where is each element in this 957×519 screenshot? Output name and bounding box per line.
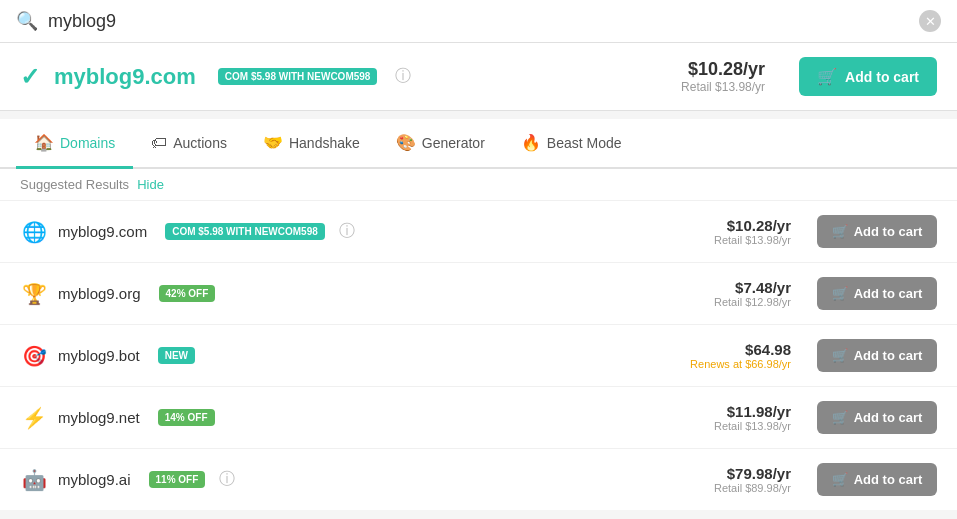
cart-icon: 🛒 (832, 286, 848, 301)
price-main: $79.98/yr (714, 465, 791, 482)
price-secondary: Retail $13.98/yr (714, 420, 791, 432)
featured-badge: COM $5.98 WITH NEWCOM598 (218, 68, 378, 85)
cart-icon: 🛒 (817, 67, 837, 86)
clear-search-button[interactable]: ✕ (919, 10, 941, 32)
domain-ai-icon: 🤖 (20, 468, 48, 492)
domain-net-icon: ⚡ (20, 406, 48, 430)
domain-name: myblog9.ai (58, 471, 131, 488)
tabs-container: 🏠 Domains 🏷 Auctions 🤝 Handshake 🎨 Gener… (0, 119, 957, 169)
check-icon: ✓ (20, 63, 40, 91)
add-label: Add to cart (854, 410, 923, 425)
add-label: Add to cart (854, 348, 923, 363)
domain-name: myblog9.org (58, 285, 141, 302)
add-to-cart-button[interactable]: 🛒 Add to cart (817, 401, 937, 434)
add-to-cart-button[interactable]: 🛒 Add to cart (817, 215, 937, 248)
domain-price: $79.98/yr Retail $89.98/yr (714, 465, 791, 494)
domain-org-icon: 🏆 (20, 282, 48, 306)
tab-generator[interactable]: 🎨 Generator (378, 119, 503, 169)
domain-badge: NEW (158, 347, 195, 364)
table-row: 🏆 myblog9.org 42% OFF $7.48/yr Retail $1… (0, 263, 957, 325)
table-row: 🌐 myblog9.com COM $5.98 WITH NEWCOM598 ⓘ… (0, 201, 957, 263)
add-to-cart-button[interactable]: 🛒 Add to cart (817, 277, 937, 310)
auctions-icon: 🏷 (151, 134, 167, 152)
domain-globe-icon: 🌐 (20, 220, 48, 244)
add-label: Add to cart (854, 286, 923, 301)
domain-price: $10.28/yr Retail $13.98/yr (714, 217, 791, 246)
domain-price: $7.48/yr Retail $12.98/yr (714, 279, 791, 308)
featured-price: $10.28/yr Retail $13.98/yr (681, 59, 765, 94)
featured-price-retail: Retail $13.98/yr (681, 80, 765, 94)
add-label: Add to cart (854, 224, 923, 239)
cart-icon: 🛒 (832, 224, 848, 239)
tab-generator-label: Generator (422, 135, 485, 151)
hide-results-link[interactable]: Hide (137, 177, 164, 192)
cart-icon: 🛒 (832, 410, 848, 425)
add-to-cart-button[interactable]: 🛒 Add to cart (817, 339, 937, 372)
domain-price: $64.98 Renews at $66.98/yr (690, 341, 791, 370)
table-row: ⚡ myblog9.net 14% OFF $11.98/yr Retail $… (0, 387, 957, 449)
tab-beast-mode[interactable]: 🔥 Beast Mode (503, 119, 640, 169)
price-main: $7.48/yr (714, 279, 791, 296)
search-bar: 🔍 ✕ (0, 0, 957, 43)
tab-auctions-label: Auctions (173, 135, 227, 151)
domain-badge: 14% OFF (158, 409, 215, 426)
results-list: 🌐 myblog9.com COM $5.98 WITH NEWCOM598 ⓘ… (0, 201, 957, 510)
featured-price-main: $10.28/yr (681, 59, 765, 80)
domain-bot-icon: 🎯 (20, 344, 48, 368)
domain-name: myblog9.com (58, 223, 147, 240)
domain-badge: 42% OFF (159, 285, 216, 302)
domain-price: $11.98/yr Retail $13.98/yr (714, 403, 791, 432)
domain-name: myblog9.bot (58, 347, 140, 364)
search-input[interactable] (48, 11, 909, 32)
domain-name: myblog9.net (58, 409, 140, 426)
price-main: $11.98/yr (714, 403, 791, 420)
price-secondary: Retail $12.98/yr (714, 296, 791, 308)
cart-icon: 🛒 (832, 348, 848, 363)
table-row: 🤖 myblog9.ai 11% OFF ⓘ $79.98/yr Retail … (0, 449, 957, 510)
cart-icon: 🛒 (832, 472, 848, 487)
tab-domains[interactable]: 🏠 Domains (16, 119, 133, 169)
featured-add-to-cart-button[interactable]: 🛒 Add to cart (799, 57, 937, 96)
featured-add-label: Add to cart (845, 69, 919, 85)
domain-badge: 11% OFF (149, 471, 206, 488)
suggested-label: Suggested Results (20, 177, 129, 192)
add-to-cart-button[interactable]: 🛒 Add to cart (817, 463, 937, 496)
tab-auctions[interactable]: 🏷 Auctions (133, 119, 245, 169)
featured-info-icon[interactable]: ⓘ (395, 66, 411, 87)
price-secondary: Retail $13.98/yr (714, 234, 791, 246)
beast-mode-icon: 🔥 (521, 133, 541, 152)
domain-badge: COM $5.98 WITH NEWCOM598 (165, 223, 325, 240)
price-secondary: Retail $89.98/yr (714, 482, 791, 494)
suggested-header: Suggested Results Hide (0, 169, 957, 201)
featured-result: ✓ myblog9.com COM $5.98 WITH NEWCOM598 ⓘ… (0, 43, 957, 111)
tab-handshake[interactable]: 🤝 Handshake (245, 119, 378, 169)
price-main: $64.98 (690, 341, 791, 358)
add-label: Add to cart (854, 472, 923, 487)
price-main: $10.28/yr (714, 217, 791, 234)
generator-icon: 🎨 (396, 133, 416, 152)
tab-beast-mode-label: Beast Mode (547, 135, 622, 151)
table-row: 🎯 myblog9.bot NEW $64.98 Renews at $66.9… (0, 325, 957, 387)
domains-icon: 🏠 (34, 133, 54, 152)
row-info-icon[interactable]: ⓘ (219, 469, 235, 490)
price-secondary: Renews at $66.98/yr (690, 358, 791, 370)
tab-handshake-label: Handshake (289, 135, 360, 151)
handshake-icon: 🤝 (263, 133, 283, 152)
featured-domain-name: myblog9.com (54, 64, 196, 90)
tab-domains-label: Domains (60, 135, 115, 151)
row-info-icon[interactable]: ⓘ (339, 221, 355, 242)
search-icon: 🔍 (16, 10, 38, 32)
